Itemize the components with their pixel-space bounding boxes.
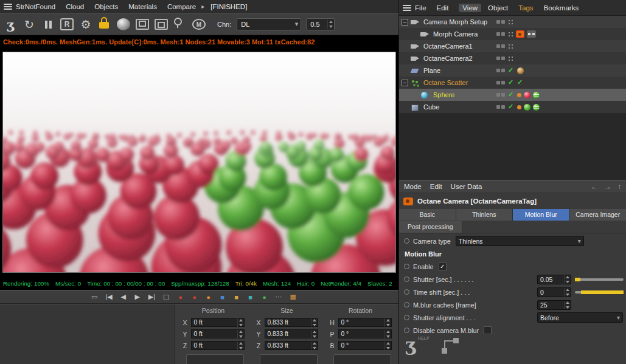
goto-end-icon[interactable]: ▶| xyxy=(148,293,155,301)
settings-gear-icon[interactable]: ⚙ xyxy=(79,16,92,32)
collapse-toggle-icon[interactable]: − xyxy=(402,80,408,86)
strength-spinner[interactable]: 0.5 xyxy=(307,18,335,30)
stepper-icon[interactable] xyxy=(384,342,391,350)
tab-basic[interactable]: Basic xyxy=(399,209,456,221)
coord-mode-select[interactable] xyxy=(186,354,244,364)
shutter-sec-slider[interactable] xyxy=(575,275,624,284)
check-tag-icon[interactable] xyxy=(508,103,515,111)
key-scale-icon[interactable]: ■ xyxy=(247,294,253,301)
back-arrow-icon[interactable]: ← xyxy=(591,182,598,191)
time-shift-sec-input[interactable]: 0 xyxy=(537,287,571,297)
picker-pin-icon[interactable] xyxy=(173,16,187,32)
dots-tag-icon[interactable] xyxy=(508,19,513,25)
ball-tan-tag-icon[interactable] xyxy=(517,67,524,74)
menu-strnotfound[interactable]: StrNotFound xyxy=(16,3,55,10)
size-y-input[interactable]: 0.833 ft xyxy=(265,329,318,338)
up-arrow-icon[interactable]: ↑ xyxy=(617,182,621,191)
ball-green-tag-icon[interactable] xyxy=(524,104,530,111)
stepper-icon[interactable] xyxy=(237,342,243,350)
tree-item-camera-morph-setup[interactable]: −Camera Morph Setup xyxy=(399,16,626,28)
prev-frame-icon[interactable]: ◀ xyxy=(120,293,127,301)
squares-tag-icon[interactable] xyxy=(496,32,506,36)
refresh-icon[interactable]: ↻ xyxy=(23,16,36,32)
squares-tag-icon[interactable] xyxy=(496,105,506,109)
om-menu-edit[interactable]: Edit xyxy=(437,4,449,12)
shutter-sec-input[interactable]: 0.05 xyxy=(537,275,571,284)
tree-item-octanecamera2[interactable]: OctaneCamera2 xyxy=(399,52,626,64)
coord-mode-select[interactable] xyxy=(333,354,391,364)
dots-tag-icon[interactable] xyxy=(508,44,513,49)
marker-icon[interactable]: ▭ xyxy=(91,293,97,301)
dots-tag-icon[interactable] xyxy=(508,56,513,61)
menu-materials[interactable]: Materials xyxy=(128,3,157,10)
squares-tag-icon[interactable] xyxy=(496,57,506,61)
node-graph-icon[interactable] xyxy=(442,338,460,354)
position-y-input[interactable]: 0 ft xyxy=(191,329,245,338)
morph-tag-tag-icon[interactable] xyxy=(527,30,536,38)
squares-tag-icon[interactable] xyxy=(496,69,506,73)
menu-cloud[interactable]: Cloud xyxy=(66,3,84,10)
tree-item-octanecamera1[interactable]: OctaneCamera1 xyxy=(399,40,626,52)
stepper-icon[interactable] xyxy=(237,318,243,327)
play-icon[interactable]: ▶ xyxy=(134,293,141,301)
octane-logo-icon[interactable]: ʒ xyxy=(4,16,17,32)
check-tag-icon[interactable] xyxy=(517,79,524,87)
stepper-icon[interactable] xyxy=(311,342,317,350)
squares-tag-icon[interactable] xyxy=(496,81,506,85)
lock-icon[interactable] xyxy=(98,16,111,32)
camera-type-select[interactable]: Thinlens▾ xyxy=(456,236,584,246)
keyframe-icon[interactable]: ● xyxy=(205,294,211,301)
check-tag-icon[interactable] xyxy=(508,91,515,99)
stepper-icon[interactable] xyxy=(311,318,317,327)
tree-item-plane[interactable]: Plane xyxy=(399,64,626,77)
disable-camera-m-blur-checkbox[interactable] xyxy=(484,326,492,334)
check-tag-icon[interactable] xyxy=(508,79,515,87)
keyframe-circle-icon[interactable] xyxy=(404,315,409,320)
size-x-input[interactable]: 0.833 ft xyxy=(265,318,318,327)
m-blur-caches-frame-input[interactable]: 25 xyxy=(537,300,571,310)
viewport-layout-icon[interactable] xyxy=(136,19,149,30)
dot-orange-tag-icon[interactable] xyxy=(517,105,521,109)
dots-tag-icon[interactable] xyxy=(508,32,513,37)
tab-thinlens[interactable]: Thinlens xyxy=(456,209,513,221)
autokey-icon[interactable]: ■ xyxy=(219,294,225,301)
om-menu-tags[interactable]: Tags xyxy=(518,4,533,12)
keyframe-circle-icon[interactable] xyxy=(404,276,409,282)
palette-icon[interactable]: ▦ xyxy=(290,293,296,301)
object-manager-hamburger-icon[interactable] xyxy=(399,0,415,15)
keyframe-circle-icon[interactable] xyxy=(404,264,409,269)
channel-select[interactable]: DL xyxy=(237,18,301,30)
tab-motion-blur[interactable]: Motion Blur xyxy=(513,209,569,221)
tree-item-sphere[interactable]: Sphere xyxy=(399,89,626,101)
keyframe-circle-icon[interactable] xyxy=(404,238,409,244)
ball-red-tag-icon[interactable] xyxy=(524,92,530,98)
material-ball-icon[interactable] xyxy=(117,18,130,30)
stepper-icon[interactable] xyxy=(564,288,570,297)
stepper-icon[interactable] xyxy=(564,301,570,309)
key-rotation-icon[interactable]: ● xyxy=(261,294,267,301)
position-z-input[interactable]: 0 ft xyxy=(191,341,245,350)
rotation-h-input[interactable]: 0 ° xyxy=(338,318,392,327)
tab-camera-imager[interactable]: Camera Imager xyxy=(570,209,626,221)
rotation-p-input[interactable]: 0 ° xyxy=(338,329,392,338)
record-icon[interactable]: ● xyxy=(177,294,183,301)
cam-tag-tag-icon[interactable] xyxy=(516,30,524,38)
stepper-icon[interactable] xyxy=(237,330,243,338)
squares-tag-icon[interactable] xyxy=(496,93,506,97)
om-menu-file[interactable]: File xyxy=(415,4,426,12)
more-icon[interactable]: ⋯ xyxy=(275,293,282,301)
render-viewport[interactable] xyxy=(0,49,398,276)
check-tag-icon[interactable] xyxy=(508,67,515,75)
rotation-b-input[interactable]: 0 ° xyxy=(338,341,392,350)
stepper-icon[interactable] xyxy=(384,330,391,338)
dot-orange-tag-icon[interactable] xyxy=(517,93,521,97)
region-render-button[interactable]: R xyxy=(60,18,74,30)
hamburger-menu-icon[interactable] xyxy=(0,0,16,13)
keyframe-circle-icon[interactable] xyxy=(404,302,409,307)
ball-phong-tag-icon[interactable] xyxy=(533,92,540,98)
viewport-layout2-icon[interactable] xyxy=(155,19,168,30)
keyframe-circle-icon[interactable] xyxy=(404,289,409,295)
tree-item-octane-scatter[interactable]: −Octane Scatter xyxy=(399,77,626,89)
collapse-toggle-icon[interactable]: − xyxy=(402,19,408,26)
time-shift-sec-slider[interactable] xyxy=(575,288,624,297)
